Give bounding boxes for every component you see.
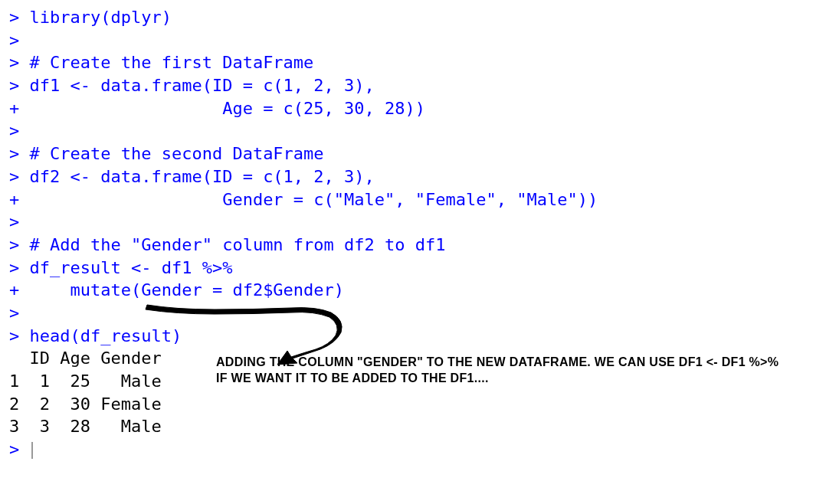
prompt: > <box>9 440 30 459</box>
console-line: > <box>9 29 817 52</box>
console-line: > <box>9 302 817 325</box>
console-input[interactable]: > <box>9 438 817 461</box>
console-line: > <box>9 119 817 142</box>
console-line: > library(dplyr) <box>9 6 817 29</box>
console-line: > df1 <- data.frame(ID = c(1, 2, 3), <box>9 74 817 97</box>
console-line: > # Create the first DataFrame <box>9 51 817 74</box>
console-line: + mutate(Gender = df2$Gender) <box>9 279 817 302</box>
console-line: + Age = c(25, 30, 28)) <box>9 97 817 120</box>
console-line: > head(df_result) <box>9 325 817 348</box>
console-line: > # Add the "Gender" column from df2 to … <box>9 234 817 257</box>
annotation-text: ADDING THE COLUMN "GENDER" TO THE NEW DA… <box>216 355 783 387</box>
console-line: > df_result <- df1 %>% <box>9 257 817 280</box>
output-row: 3 3 28 Male <box>9 415 817 438</box>
cursor-icon <box>31 442 33 459</box>
console-line: > df2 <- data.frame(ID = c(1, 2, 3), <box>9 165 817 188</box>
console-line: + Gender = c("Male", "Female", "Male")) <box>9 188 817 211</box>
console-line: > <box>9 211 817 234</box>
console-line: > # Create the second DataFrame <box>9 142 817 165</box>
output-row: 2 2 30 Female <box>9 393 817 416</box>
